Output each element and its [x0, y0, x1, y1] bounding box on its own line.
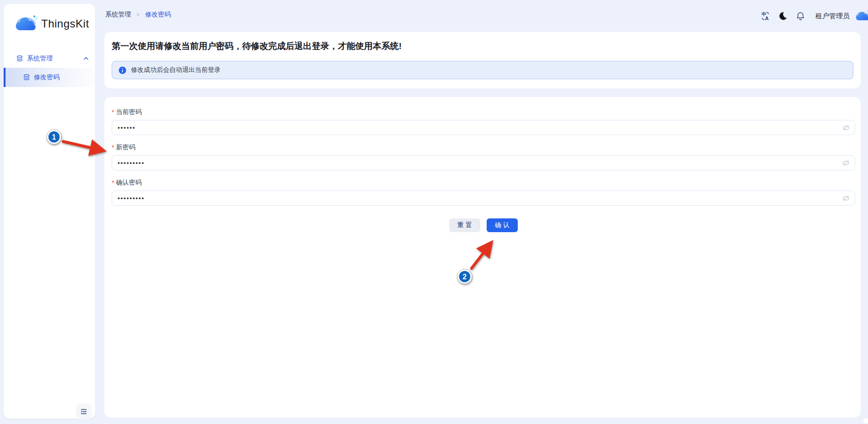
change-password-form-card: * 当前密码 * 新密码 [104, 97, 861, 418]
eye-slash-icon [842, 194, 850, 202]
toggle-password-visibility-button[interactable] [841, 123, 851, 132]
layers-icon [23, 74, 30, 81]
chevron-up-icon [83, 56, 89, 61]
sidebar-item-label: 修改密码 [34, 73, 60, 82]
current-password-item: * 当前密码 [112, 108, 855, 135]
reset-button[interactable]: 重 置 [449, 218, 480, 232]
confirm-password-item: * 确认密码 [112, 178, 855, 206]
form-actions: 重 置 确 认 [112, 218, 855, 232]
field-label-text: 确认密码 [116, 179, 141, 187]
notice-card: 第一次使用请修改当前用户密码，待修改完成后退出登录，才能使用本系统! 修改成功后… [104, 32, 861, 88]
info-alert: 修改成功后会自动退出当前登录 [112, 61, 853, 79]
app-root: ThingsKit 系统管理 修改密码 [0, 0, 868, 424]
breadcrumb-change-password: 修改密码 [145, 11, 171, 19]
app-title: ThingsKit [41, 17, 89, 30]
sidebar: ThingsKit 系统管理 修改密码 [4, 4, 95, 419]
first-use-notice-title: 第一次使用请修改当前用户密码，待修改完成后退出登录，才能使用本系统! [112, 40, 401, 52]
sidebar-item-change-password-active[interactable]: 修改密码 [4, 68, 95, 87]
field-label-text: 新密码 [116, 143, 135, 152]
header-actions: 中 A 租户管理员 [757, 7, 868, 25]
confirm-button[interactable]: 确 认 [487, 218, 518, 232]
sidebar-item-system-management[interactable]: 系统管理 [4, 50, 95, 67]
current-password-input[interactable] [112, 120, 855, 135]
field-label-text: 当前密码 [116, 108, 141, 116]
moon-icon [778, 11, 787, 21]
confirm-password-input[interactable] [112, 190, 855, 206]
breadcrumb-separator: > [136, 11, 140, 18]
eye-slash-icon [842, 124, 850, 132]
scrollbar-corner [863, 419, 868, 423]
sidebar-collapse-button[interactable] [76, 404, 92, 419]
thingskit-cloud-logo-icon [15, 14, 38, 34]
confirm-password-label: * 确认密码 [112, 178, 855, 187]
app-logo[interactable]: ThingsKit [4, 12, 95, 36]
user-role-label[interactable]: 租户管理员 [815, 12, 850, 21]
info-icon [119, 66, 126, 74]
collapse-menu-icon [80, 408, 88, 416]
layers-icon [16, 55, 23, 62]
toggle-password-visibility-button[interactable] [841, 194, 851, 203]
dark-mode-toggle[interactable] [774, 7, 792, 25]
eye-slash-icon [842, 159, 850, 167]
language-switch-button[interactable]: 中 A [757, 7, 774, 25]
toggle-password-visibility-button[interactable] [841, 158, 851, 168]
new-password-input[interactable] [112, 155, 855, 170]
alert-message: 修改成功后会自动退出当前登录 [131, 66, 221, 74]
user-avatar[interactable] [855, 8, 868, 24]
breadcrumb-system-management[interactable]: 系统管理 [105, 11, 131, 19]
notifications-button[interactable] [792, 7, 809, 25]
required-asterisk: * [112, 179, 114, 186]
sidebar-item-label: 系统管理 [27, 54, 83, 63]
current-password-label: * 当前密码 [112, 108, 855, 117]
svg-text:A: A [765, 16, 769, 21]
bell-icon [796, 11, 805, 21]
new-password-label: * 新密码 [112, 143, 855, 152]
new-password-item: * 新密码 [112, 143, 855, 170]
breadcrumb: 系统管理 > 修改密码 [105, 10, 171, 19]
translate-icon: 中 A [760, 11, 771, 22]
required-asterisk: * [112, 109, 114, 116]
required-asterisk: * [112, 144, 114, 151]
avatar-cloud-icon [855, 9, 868, 23]
